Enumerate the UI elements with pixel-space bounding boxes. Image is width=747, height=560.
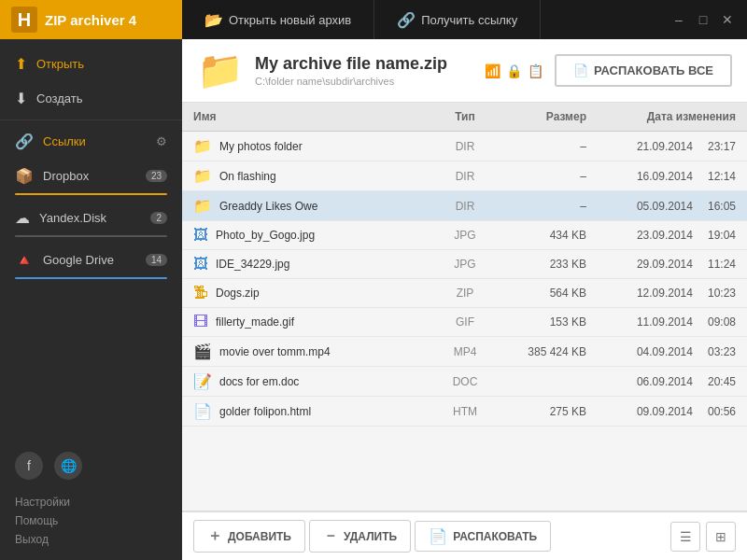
upload-icon: ⬆ (15, 55, 27, 73)
file-name: IDE_34229.jpg (216, 258, 289, 271)
sidebar-item-google[interactable]: 🔺 Google Drive 14 (0, 243, 182, 277)
table-row[interactable]: 🎬 movie over tomm.mp4 MP4 385 424 KB 04.… (182, 337, 747, 367)
archive-folder-icon: 📁 (197, 49, 244, 92)
sidebar-nav: ⬆ Открыть ⬇ Создать 🔗 Ссылки ⚙ 📦 Dropbox… (0, 39, 182, 441)
sidebar-item-dropbox[interactable]: 📦 Dropbox 23 (0, 159, 182, 193)
file-date: 23.09.2014 19:04 (586, 229, 736, 242)
gear-icon[interactable]: ⚙ (156, 134, 167, 148)
table-row[interactable]: 📁 Greaddy Likes Owe DIR – 05.09.2014 16:… (182, 191, 747, 221)
file-time-val: 20:45 (708, 375, 736, 388)
file-date-val: 11.09.2014 (637, 315, 693, 329)
add-button[interactable]: ＋ ДОБАВИТЬ (193, 520, 305, 553)
file-date-val: 06.09.2014 (637, 375, 693, 388)
table-row[interactable]: 🎞 fillerty_made.gif GIF 153 KB 11.09.201… (182, 308, 747, 337)
signal-icon[interactable]: 📶 (485, 63, 500, 78)
maximize-button[interactable]: □ (695, 12, 712, 27)
file-type: DIR (428, 200, 502, 213)
sidebar-yandex-label: Yandex.Disk (39, 211, 106, 225)
archive-name: My archive file name.zip (255, 54, 473, 74)
open-new-archive-button[interactable]: 📂 Открыть новый архив (182, 0, 374, 39)
sidebar-item-create[interactable]: ⬇ Создать (0, 81, 182, 116)
table-row[interactable]: 📝 docs for em.doc DOC 06.09.2014 20:45 (182, 367, 747, 397)
col-date-header: Дата изменения (586, 108, 736, 125)
info-icon[interactable]: 📋 (528, 63, 543, 78)
archive-header: 📁 My archive file name.zip C:\folder nam… (182, 39, 747, 103)
file-type-icon: 📁 (193, 137, 212, 155)
app-title: ZIP archiver 4 (45, 12, 136, 28)
settings-link[interactable]: Настройки (15, 493, 167, 511)
sidebar-create-label: Создать (36, 91, 82, 105)
sidebar-bottom: f 🌐 Настройки Помощь Выход (0, 441, 182, 560)
sidebar-item-open[interactable]: ⬆ Открыть (0, 47, 182, 81)
folder-open-icon: 📂 (204, 11, 223, 29)
file-name: Greaddy Likes Owe (219, 200, 317, 213)
dropbox-progress (15, 193, 167, 195)
sidebar-dropbox-label: Dropbox (43, 169, 89, 183)
file-time-val: 16:05 (708, 200, 736, 213)
website-button[interactable]: 🌐 (54, 452, 82, 480)
minimize-button[interactable]: – (670, 12, 687, 27)
table-row[interactable]: 🖼 Photo_by_Gogo.jpg JPG 434 KB 23.09.201… (182, 221, 747, 250)
view-controls: ☰ ⊞ (670, 522, 736, 552)
file-size: 275 KB (502, 405, 586, 418)
file-date-val: 21.09.2014 (637, 140, 693, 153)
content-area: 📁 My archive file name.zip C:\folder nam… (182, 39, 747, 560)
grid-view-button[interactable]: ⊞ (706, 522, 736, 552)
file-date: 11.09.2014 09:08 (586, 315, 736, 329)
exit-link[interactable]: Выход (15, 530, 167, 549)
extract-all-button[interactable]: 📄 РАСПАКОВАТЬ ВСЕ (555, 54, 732, 87)
google-drive-icon: 🔺 (15, 251, 34, 269)
table-row[interactable]: 📁 My photos folder DIR – 21.09.2014 23:1… (182, 132, 747, 161)
table-row[interactable]: 📄 golder folipon.html HTM 275 KB 09.09.2… (182, 397, 747, 427)
extract-button[interactable]: 📄 РАСПАКОВАТЬ (415, 521, 551, 552)
help-link[interactable]: Помощь (15, 511, 167, 530)
table-row[interactable]: 🗜 Dogs.zip ZIP 564 KB 12.09.2014 10:23 (182, 279, 747, 308)
main-layout: ⬆ Открыть ⬇ Создать 🔗 Ссылки ⚙ 📦 Dropbox… (0, 39, 747, 560)
table-row[interactable]: 📁 On flashing DIR – 16.09.2014 12:14 (182, 161, 747, 191)
file-type-icon: 🗜 (193, 285, 208, 301)
file-name: On flashing (219, 170, 276, 183)
file-time-val: 19:04 (708, 229, 736, 242)
extract-label: РАСПАКОВАТЬ (453, 530, 537, 543)
sidebar-links-label: Ссылки (43, 134, 86, 148)
file-date: 12.09.2014 10:23 (586, 287, 736, 300)
google-progress (15, 277, 167, 279)
list-view-button[interactable]: ☰ (670, 522, 700, 552)
file-name: Photo_by_Gogo.jpg (216, 229, 315, 242)
file-type: HTM (428, 405, 502, 418)
bottom-bar: ＋ ДОБАВИТЬ － УДАЛИТЬ 📄 РАСПАКОВАТЬ ☰ ⊞ (182, 511, 747, 560)
file-time-val: 00:56 (708, 405, 736, 418)
get-link-button[interactable]: 🔗 Получить ссылку (374, 0, 541, 39)
file-type-icon: 📝 (193, 372, 212, 390)
get-link-label: Получить ссылку (421, 13, 517, 27)
delete-button[interactable]: － УДАЛИТЬ (309, 520, 411, 553)
close-button[interactable]: ✕ (719, 12, 736, 27)
file-size: 153 KB (502, 315, 586, 329)
delete-icon: － (323, 526, 338, 546)
file-name: golder folipon.html (219, 405, 311, 418)
table-row[interactable]: 🖼 IDE_34229.jpg JPG 233 KB 29.09.2014 11… (182, 250, 747, 279)
file-type-icon: 📄 (193, 402, 212, 420)
file-time-val: 12:14 (708, 170, 736, 183)
file-type-icon: 🎞 (193, 314, 208, 330)
file-type-icon: 📁 (193, 197, 212, 215)
lock-icon[interactable]: 🔒 (506, 63, 522, 78)
file-date: 09.09.2014 00:56 (586, 405, 736, 418)
file-date-val: 29.09.2014 (637, 258, 693, 271)
link-icon: 🔗 (397, 11, 416, 29)
facebook-button[interactable]: f (15, 452, 43, 480)
file-date-val: 12.09.2014 (637, 287, 693, 300)
social-icons: f 🌐 (15, 452, 167, 480)
logo-icon: H (11, 7, 37, 33)
sidebar-item-yandex[interactable]: ☁ Yandex.Disk 2 (0, 201, 182, 235)
top-actions: 📂 Открыть новый архив 🔗 Получить ссылку … (182, 0, 747, 39)
sidebar-item-links[interactable]: 🔗 Ссылки ⚙ (0, 124, 182, 159)
file-type-icon: 📁 (193, 167, 212, 185)
file-table: Имя Тип Размер Дата изменения 📁 My photo… (182, 103, 747, 511)
archive-path: C:\folder name\subdir\archives (255, 76, 473, 87)
sidebar-open-label: Открыть (36, 57, 84, 71)
file-time-val: 09:08 (708, 315, 736, 329)
file-date: 21.09.2014 23:17 (586, 140, 736, 153)
file-date: 04.09.2014 03:23 (586, 345, 736, 358)
file-type-icon: 🎬 (193, 343, 212, 360)
